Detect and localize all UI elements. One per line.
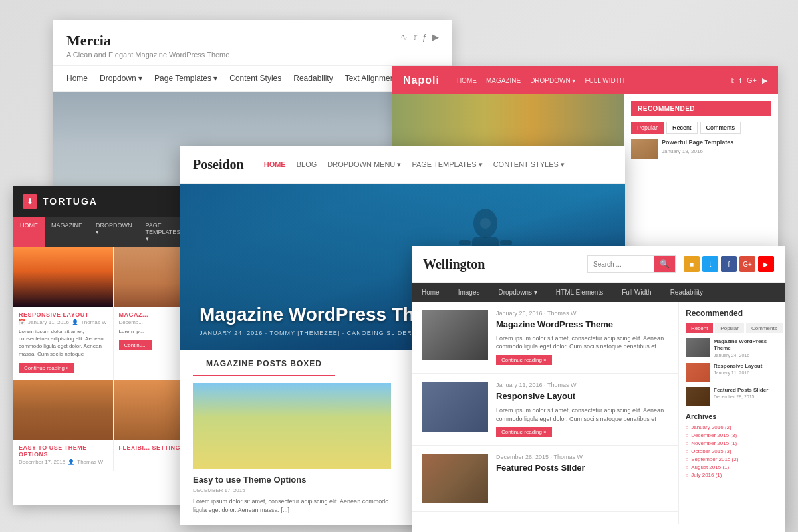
napoli-nav-magazine[interactable]: MAGAZINE bbox=[486, 77, 521, 84]
wellington-search[interactable]: 🔍 bbox=[587, 255, 676, 273]
tortuga-nav-magazine[interactable]: MAGAZINE bbox=[45, 217, 89, 247]
wellington-main-content: January 26, 2016 · Thomas W Magazine Wor… bbox=[412, 302, 678, 524]
poseidon-main-post-title: Easy to use Theme Options bbox=[193, 475, 391, 485]
mercia-youtube-icon: ▶ bbox=[432, 32, 439, 42]
napoli-nav-home[interactable]: HOME bbox=[457, 77, 477, 84]
napoli-nav[interactable]: Napoli HOME MAGAZINE DROPDOWN ▾ FULL WID… bbox=[392, 66, 778, 94]
napoli-tabs[interactable]: Popular Recent Comments bbox=[631, 122, 771, 134]
wellington-search-input[interactable] bbox=[588, 257, 654, 271]
mercia-nav-text-alignment[interactable]: Text Alignment bbox=[345, 74, 397, 83]
tortuga-card-3-title: EASY TO USE THEME OPTIONS bbox=[13, 440, 113, 459]
wellington-nav-full-width[interactable]: Full Width bbox=[612, 283, 660, 302]
tortuga-card-2-readmore[interactable]: Continu... bbox=[119, 340, 152, 350]
wellington-header: Wellington 🔍 ■ t f G+ ▶ bbox=[412, 246, 785, 283]
wellington-sidebar-thumb-img-2 bbox=[686, 363, 710, 382]
wellington-sidebar-thumb-3 bbox=[686, 387, 710, 406]
wellington-tab-popular[interactable]: Popular bbox=[715, 323, 744, 333]
wellington-article-2-readmore[interactable]: Continue reading » bbox=[496, 427, 552, 437]
wellington-sidebar: Recommended Recent Popular Comments Maga… bbox=[678, 302, 785, 524]
napoli-facebook-icon: f bbox=[739, 76, 741, 85]
napoli-tab-comments[interactable]: Comments bbox=[700, 122, 741, 134]
wellington-archive-label-5: September 2015 (2) bbox=[691, 456, 738, 462]
wellington-article-2-text: Lorem ipsum dolor sit amet, consectetur … bbox=[496, 406, 669, 423]
wellington-facebook-icon[interactable]: f bbox=[721, 256, 737, 272]
wellington-nav[interactable]: Home Images Dropdowns ▾ HTML Elements Fu… bbox=[412, 283, 785, 302]
poseidon-main-post-date: DECEMBER 17, 2015 bbox=[193, 487, 391, 493]
wellington-article-1-readmore[interactable]: Continue reading » bbox=[496, 355, 552, 365]
wellington-sidebar-post-info-2: Responsive Layout January 11, 2016 bbox=[714, 363, 778, 375]
wellington-sidebar-post-date-3: December 28, 2015 bbox=[714, 394, 778, 399]
wellington-sidebar-post-title-2: Responsive Layout bbox=[714, 363, 778, 370]
wellington-sidebar-title: Recommended bbox=[686, 309, 778, 318]
wellington-archive-sep-2015[interactable]: September 2015 (2) bbox=[686, 456, 778, 462]
wellington-nav-html-elements[interactable]: HTML Elements bbox=[547, 283, 612, 302]
wellington-nav-home[interactable]: Home bbox=[412, 283, 449, 302]
wellington-archive-dec-2015[interactable]: December 2015 (3) bbox=[686, 432, 778, 438]
wellington-sidebar-post-date-1: January 24, 2016 bbox=[714, 353, 778, 358]
tortuga-card-2-date: Decemb... bbox=[119, 319, 143, 325]
poseidon-nav-dropdown[interactable]: DROPDOWN MENU ▾ bbox=[327, 160, 401, 169]
tortuga-card-1-meta: 📅 January 11, 2016 👤 Thomas W bbox=[13, 319, 113, 325]
wellington-sidebar-thumb-img-3 bbox=[686, 387, 710, 406]
wellington-article-3-title: Featured Posts Slider bbox=[496, 463, 669, 474]
wellington-nav-dropdowns[interactable]: Dropdowns ▾ bbox=[489, 283, 546, 302]
wellington-hockey-img bbox=[422, 382, 488, 432]
wellington-tab-recent[interactable]: Recent bbox=[686, 323, 713, 333]
napoli-tab-popular[interactable]: Popular bbox=[631, 122, 664, 134]
tortuga-card-3: EASY TO USE THEME OPTIONS December 17, 2… bbox=[13, 380, 113, 471]
wellington-nav-readability[interactable]: Readability bbox=[661, 283, 712, 302]
mercia-nav-dropdown[interactable]: Dropdown ▾ bbox=[100, 74, 142, 83]
wellington-sidebar-post-title-1: Magazine WordPress Theme bbox=[714, 338, 778, 352]
wellington-archive-oct-2015[interactable]: October 2015 (3) bbox=[686, 448, 778, 454]
napoli-nav-fullwidth[interactable]: FULL WIDTH bbox=[585, 77, 624, 84]
wellington-sidebar-post-3: Featured Posts Slider December 28, 2015 bbox=[686, 387, 778, 406]
wellington-sidebar-thumb-img-1 bbox=[686, 338, 710, 357]
wellington-archive-nov-2015[interactable]: November 2015 (1) bbox=[686, 440, 778, 446]
wellington-article-2-body: January 11, 2016 · Thomas W Responsive L… bbox=[496, 382, 669, 437]
poseidon-header: Poseidon HOME BLOG DROPDOWN MENU ▾ PAGE … bbox=[180, 146, 625, 184]
wellington-search-button[interactable]: 🔍 bbox=[654, 256, 675, 272]
wellington-tab-comments[interactable]: Comments bbox=[746, 323, 783, 333]
wellington-archive-jan-2016[interactable]: January 2016 (2) bbox=[686, 424, 778, 430]
tortuga-card-3-img bbox=[13, 380, 113, 440]
tortuga-card-3-meta: December 17, 2015 👤 Thomas W bbox=[13, 459, 113, 465]
wellington-rss-icon[interactable]: ■ bbox=[684, 256, 700, 272]
tortuga-card-1-readmore[interactable]: Continue reading » bbox=[19, 363, 74, 373]
wellington-archive-label-1: January 2016 (2) bbox=[691, 424, 731, 430]
napoli-tab-recent[interactable]: Recent bbox=[666, 122, 698, 134]
wellington-bike-img bbox=[422, 310, 488, 360]
poseidon-brand: Poseidon bbox=[193, 157, 244, 172]
mercia-nav-content-styles[interactable]: Content Styles bbox=[229, 74, 281, 83]
mercia-nav-page-templates[interactable]: Page Templates ▾ bbox=[154, 74, 217, 83]
mercia-nav-home[interactable]: Home bbox=[66, 74, 88, 83]
napoli-nav-dropdown[interactable]: DROPDOWN ▾ bbox=[530, 77, 575, 84]
poseidon-nav-page-templates[interactable]: PAGE TEMPLATES ▾ bbox=[412, 160, 482, 169]
tortuga-nav-dropdown[interactable]: DROPDOWN ▾ bbox=[89, 217, 139, 247]
poseidon-main-post: Easy to use Theme Options DECEMBER 17, 2… bbox=[193, 383, 402, 525]
mercia-twitter-icon: 𝕣 bbox=[413, 32, 417, 42]
wellington-article-2-title: Responsive Layout bbox=[496, 391, 669, 402]
wellington-youtube-icon[interactable]: ▶ bbox=[758, 256, 774, 272]
poseidon-nav[interactable]: HOME BLOG DROPDOWN MENU ▾ PAGE TEMPLATES… bbox=[264, 160, 565, 169]
poseidon-section-title: MAGAZINE POSTS BOXED bbox=[193, 350, 335, 376]
poseidon-nav-home[interactable]: HOME bbox=[264, 160, 286, 169]
wellington-archive-aug-2015[interactable]: August 2015 (1) bbox=[686, 464, 778, 470]
napoli-sidebar-post-title-1: Powerful Page Templates bbox=[662, 139, 771, 147]
tortuga-user-icon-3: 👤 bbox=[68, 459, 74, 465]
wellington-google-icon[interactable]: G+ bbox=[739, 256, 755, 272]
wellington-nav-images[interactable]: Images bbox=[449, 283, 489, 302]
mercia-nav-readability[interactable]: Readability bbox=[293, 74, 332, 83]
tortuga-card-3-author: Thomas W bbox=[77, 459, 103, 465]
wellington-twitter-icon[interactable]: t bbox=[702, 256, 718, 272]
wellington-archive-label-2: December 2015 (3) bbox=[691, 432, 737, 438]
wellington-sidebar-post-2: Responsive Layout January 11, 2016 bbox=[686, 363, 778, 382]
wellington-archive-jul-2016[interactable]: July 2016 (1) bbox=[686, 472, 778, 478]
napoli-nav-items: HOME MAGAZINE DROPDOWN ▾ FULL WIDTH bbox=[457, 77, 624, 84]
poseidon-nav-blog[interactable]: BLOG bbox=[297, 160, 317, 169]
tortuga-card-1-bg bbox=[13, 247, 113, 307]
wellington-sidebar-tabs[interactable]: Recent Popular Comments bbox=[686, 323, 778, 333]
napoli-social: 𝕥 f G+ ▶ bbox=[731, 76, 767, 85]
poseidon-nav-content-styles[interactable]: CONTENT STYLES ▾ bbox=[493, 160, 565, 169]
wellington-article-1-body: January 26, 2016 · Thomas W Magazine Wor… bbox=[496, 310, 669, 365]
tortuga-nav-home[interactable]: HOME bbox=[13, 217, 45, 247]
